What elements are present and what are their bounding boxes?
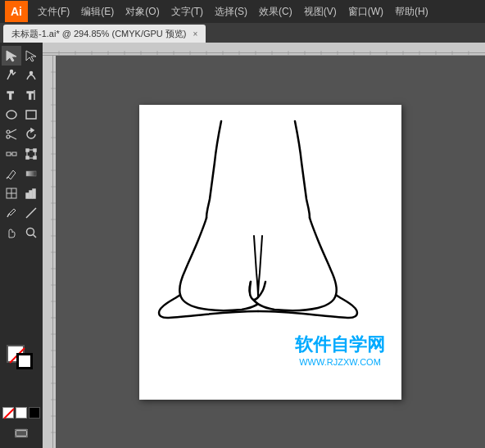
fill-stroke-indicator[interactable] — [7, 345, 36, 374]
tool-row-shape — [0, 105, 43, 124]
svg-rect-23 — [26, 171, 36, 176]
menu-window[interactable]: 窗口(W) — [343, 3, 388, 20]
tool-row-transform — [0, 124, 43, 144]
color-swatches-row — [2, 407, 40, 419]
svg-point-7 — [7, 111, 16, 119]
svg-line-32 — [26, 216, 28, 218]
svg-rect-68 — [52, 56, 53, 448]
svg-rect-19 — [34, 149, 36, 152]
tool-row-hand — [0, 223, 43, 242]
tool-row-type: T T — [0, 85, 43, 105]
tool-row-paint — [0, 164, 43, 183]
svg-point-3 — [30, 72, 33, 75]
ellipse-tool[interactable] — [2, 105, 21, 124]
svg-line-30 — [7, 214, 9, 217]
svg-rect-20 — [26, 156, 29, 159]
color-section — [0, 338, 43, 445]
watermark-main-text: 软件自学网 — [295, 333, 385, 357]
tab-close-button[interactable]: × — [193, 29, 198, 38]
warp-tool[interactable] — [2, 144, 21, 164]
eyedropper-tool[interactable] — [2, 203, 21, 223]
color-none-swatch[interactable] — [2, 407, 14, 419]
left-toolbar: T T — [0, 43, 43, 448]
curvature-tool[interactable] — [21, 66, 41, 85]
svg-rect-38 — [16, 431, 26, 437]
color-white-swatch[interactable] — [16, 407, 27, 419]
zoom-tool[interactable] — [21, 223, 41, 242]
menu-file[interactable]: 文件(F) — [33, 3, 75, 20]
canvas-viewport[interactable]: 软件自学网 WWW.RJZXW.COM — [56, 56, 485, 448]
svg-rect-67 — [43, 56, 56, 448]
menu-bar: 文件(F) 编辑(E) 对象(O) 文字(T) 选择(S) 效果(C) 视图(V… — [33, 3, 480, 20]
color-black-swatch[interactable] — [29, 407, 40, 419]
type-tool[interactable]: T — [2, 85, 21, 105]
svg-rect-15 — [12, 152, 16, 156]
menu-help[interactable]: 帮助(H) — [390, 3, 433, 20]
svg-rect-27 — [26, 193, 29, 198]
svg-line-34 — [34, 235, 37, 238]
svg-point-10 — [7, 135, 10, 138]
svg-point-33 — [27, 229, 34, 236]
canvas-scroll-area[interactable]: 软件自学网 WWW.RJZXW.COM — [43, 56, 485, 448]
svg-rect-18 — [26, 149, 29, 152]
svg-marker-13 — [31, 129, 34, 132]
paintbucket-tool[interactable] — [2, 164, 21, 183]
menu-edit[interactable]: 编辑(E) — [76, 3, 119, 20]
svg-marker-0 — [7, 51, 16, 61]
hand-tool[interactable] — [2, 223, 21, 242]
watermark: 软件自学网 WWW.RJZXW.COM — [295, 333, 385, 367]
svg-rect-39 — [43, 43, 485, 56]
free-transform-tool[interactable] — [21, 144, 41, 164]
svg-rect-21 — [34, 156, 36, 159]
svg-line-12 — [10, 136, 16, 139]
tool-row-mesh — [0, 183, 43, 203]
gradient-tool[interactable] — [21, 164, 41, 183]
svg-line-36 — [4, 409, 14, 419]
watermark-url-text: WWW.RJZXW.COM — [295, 357, 385, 367]
screen-mode-button[interactable] — [7, 425, 36, 441]
svg-rect-40 — [43, 52, 485, 53]
ruler-horizontal — [43, 43, 485, 56]
tool-row-select — [0, 46, 43, 66]
stroke-box[interactable] — [16, 353, 33, 369]
menu-select[interactable]: 选择(S) — [210, 3, 252, 20]
svg-marker-1 — [26, 51, 36, 61]
svg-line-11 — [10, 129, 16, 133]
canvas-container: 软件自学网 WWW.RJZXW.COM — [43, 43, 485, 448]
select-tool[interactable] — [2, 46, 21, 66]
main-area: T T — [0, 43, 485, 448]
menu-type[interactable]: 文字(T) — [166, 3, 208, 20]
ruler-vertical — [43, 56, 56, 448]
svg-line-22 — [7, 177, 8, 179]
active-tab[interactable]: 未标题-1.ai* @ 294.85% (CMYK/GPU 预览) × — [3, 25, 206, 43]
tool-row-eyedropper — [0, 203, 43, 223]
tab-label: 未标题-1.ai* @ 294.85% (CMYK/GPU 预览) — [11, 28, 187, 40]
artboard: 软件自学网 WWW.RJZXW.COM — [139, 105, 401, 400]
svg-rect-8 — [26, 111, 36, 119]
svg-rect-28 — [29, 191, 32, 198]
svg-point-2 — [11, 70, 13, 73]
menu-effect[interactable]: 效果(C) — [254, 3, 297, 20]
mesh-tool[interactable] — [2, 183, 21, 203]
tab-bar: 未标题-1.ai* @ 294.85% (CMYK/GPU 预览) × — [0, 23, 485, 43]
pen-tool[interactable] — [2, 66, 21, 85]
tool-row-pen — [0, 66, 43, 85]
menu-view[interactable]: 视图(V) — [299, 3, 342, 20]
svg-rect-29 — [33, 189, 35, 198]
bra-illustration — [147, 113, 393, 367]
ai-logo: Ai — [5, 1, 28, 22]
vertical-type-tool[interactable]: T — [21, 85, 41, 105]
svg-rect-14 — [7, 152, 11, 156]
svg-point-9 — [7, 130, 10, 133]
measure-tool[interactable] — [21, 203, 41, 223]
svg-text:T: T — [7, 90, 14, 102]
rotate-tool[interactable] — [21, 124, 41, 144]
rectangle-tool[interactable] — [21, 105, 41, 124]
tool-row-warp — [0, 144, 43, 164]
graph-tool[interactable] — [21, 183, 41, 203]
svg-text:T: T — [27, 90, 34, 102]
title-bar: Ai 文件(F) 编辑(E) 对象(O) 文字(T) 选择(S) 效果(C) 视… — [0, 0, 485, 23]
direct-select-tool[interactable] — [21, 46, 41, 66]
menu-object[interactable]: 对象(O) — [120, 3, 164, 20]
scissors-tool[interactable] — [2, 124, 21, 144]
